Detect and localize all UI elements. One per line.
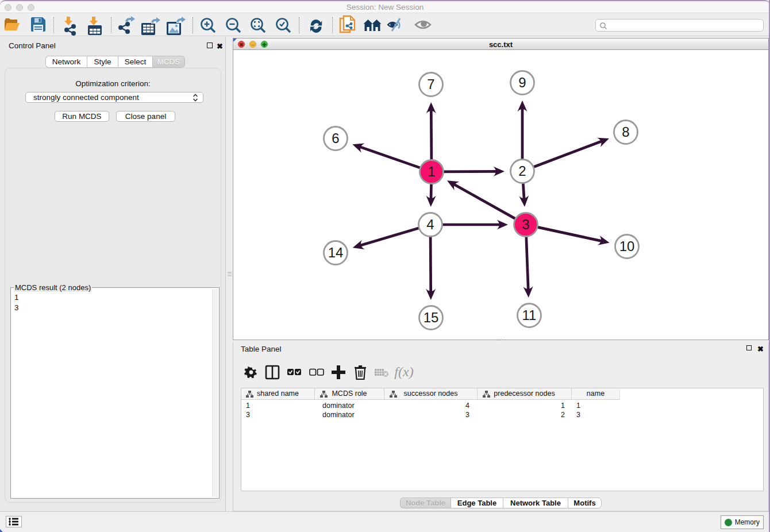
svg-text:4: 4 [426, 217, 434, 232]
svg-text:15: 15 [424, 310, 439, 325]
svg-text:8: 8 [622, 124, 629, 140]
svg-text:11: 11 [522, 307, 537, 323]
svg-text:10: 10 [619, 238, 635, 254]
svg-text:14: 14 [328, 245, 344, 260]
svg-text:7: 7 [427, 76, 434, 92]
svg-text:9: 9 [518, 75, 526, 90]
svg-text:f(x): f(x) [394, 364, 413, 379]
svg-text:3: 3 [522, 217, 529, 232]
svg-text:2: 2 [518, 163, 526, 179]
svg-text:1: 1 [428, 164, 435, 179]
svg-text:6: 6 [332, 130, 339, 146]
